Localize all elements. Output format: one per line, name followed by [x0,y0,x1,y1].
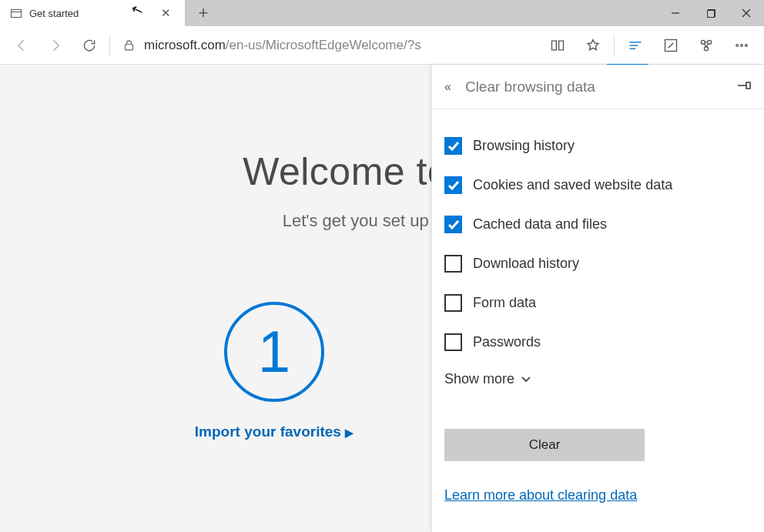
svg-rect-15 [746,82,750,89]
address-bar[interactable]: microsoft.com/en-us/MicrosoftEdgeWelcome… [144,38,540,53]
checkbox-row[interactable]: Browsing history [444,126,752,166]
checkbox-label: Cached data and files [473,216,607,233]
panel-body: Browsing historyCookies and saved websit… [432,109,764,516]
pin-button[interactable] [738,80,752,94]
checkbox-label: Passwords [473,334,541,350]
step-label: Import your favorites ▶ [195,423,354,440]
checkbox[interactable] [444,216,462,233]
webnote-button[interactable] [653,27,689,64]
back-button[interactable] [5,27,39,64]
checkbox-row[interactable]: Cookies and saved website data [444,166,752,205]
checkbox-label: Download history [473,256,579,272]
more-button[interactable] [724,27,759,64]
chevron-down-icon [521,374,531,385]
show-more-button[interactable]: Show more [444,371,752,387]
checkbox-row[interactable]: Form data [444,283,752,323]
titlebar: Get started ✕ ↖ + [0,0,764,26]
hub-button[interactable] [618,27,653,64]
checkbox[interactable] [444,294,462,312]
checkbox-row[interactable]: Cached data and files [444,205,752,244]
refresh-button[interactable] [72,27,106,64]
arrow-right-icon: ▶ [345,427,354,439]
window-controls [658,0,764,26]
checkbox[interactable] [444,176,462,194]
svg-point-12 [741,44,743,46]
checkbox-label: Cookies and saved website data [473,177,672,193]
step-number: 1 [258,323,290,381]
svg-point-11 [736,44,739,46]
share-button[interactable] [689,27,724,64]
cursor-icon: ↖ [129,0,146,20]
panel-title: Clear browsing data [465,79,724,95]
checkbox-label: Form data [473,295,536,311]
new-tab-button[interactable]: + [185,0,222,26]
tab-close-button[interactable]: ✕ [155,3,177,23]
address-path: /en-us/MicrosoftEdgeWelcome/?s [226,38,421,52]
panel-back-button[interactable]: « [444,80,451,94]
toolbar: microsoft.com/en-us/MicrosoftEdgeWelcome… [0,26,764,65]
checkbox-row[interactable]: Passwords [444,323,752,362]
separator [109,35,110,55]
checkbox[interactable] [444,255,462,273]
reading-view-button[interactable] [540,27,575,64]
restore-button[interactable] [693,0,729,26]
lock-icon [113,38,144,52]
show-more-label: Show more [444,371,514,387]
close-window-button[interactable] [729,0,764,26]
clear-button[interactable]: Clear [444,429,645,461]
panel-header: « Clear browsing data [432,65,764,109]
minimize-button[interactable] [658,0,693,26]
checkbox[interactable] [444,137,462,155]
separator [614,35,615,55]
page-icon [11,9,22,18]
tab-title: Get started [29,8,79,19]
favorite-button[interactable] [575,27,611,64]
step-1[interactable]: 1 Import your favorites ▶ [195,302,354,440]
checkbox[interactable] [444,333,462,351]
learn-more-link[interactable]: Learn more about clearing data [444,487,752,504]
clear-browsing-data-panel: « Clear browsing data Browsing historyCo… [431,65,764,532]
checkbox-row[interactable]: Download history [444,244,752,283]
svg-rect-3 [125,45,132,50]
checkbox-label: Browsing history [473,138,575,154]
address-host: microsoft.com [144,38,226,52]
browser-tab[interactable]: Get started ✕ ↖ [0,0,185,26]
step-circle: 1 [224,302,324,402]
svg-point-13 [746,44,748,46]
forward-button[interactable] [39,27,72,64]
